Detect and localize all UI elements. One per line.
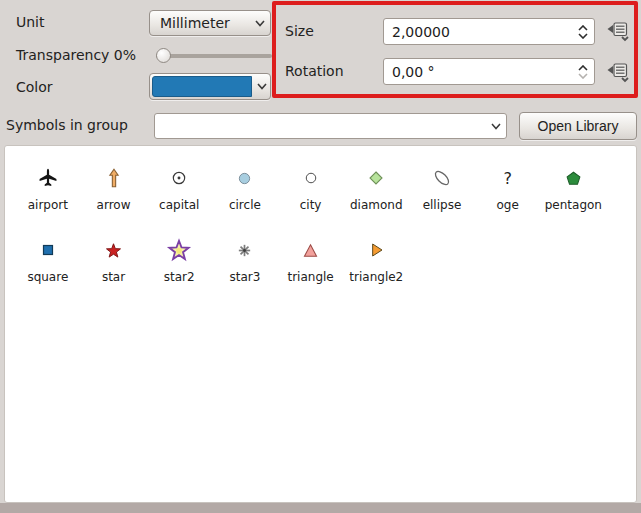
symbol-list-panel[interactable]: airport arrow capital circle xyxy=(4,145,637,503)
transparency-label: Transparency 0% xyxy=(16,47,136,63)
capital-icon xyxy=(171,158,187,198)
symbol-label: arrow xyxy=(97,198,131,212)
symbol-label: circle xyxy=(229,198,261,212)
window-edge xyxy=(0,503,641,513)
symbol-airport[interactable]: airport xyxy=(15,158,81,230)
triangle-icon xyxy=(302,230,319,270)
symbol-pentagon[interactable]: pentagon xyxy=(541,158,607,230)
circle-icon xyxy=(238,158,251,198)
question-mark-icon: ? xyxy=(503,158,512,198)
star2-icon xyxy=(166,230,192,270)
diamond-icon xyxy=(368,158,384,198)
symbol-label: pentagon xyxy=(545,198,602,212)
symbol-label: star3 xyxy=(229,270,260,284)
symbol-label: diamond xyxy=(350,198,403,212)
slider-track[interactable] xyxy=(156,54,272,58)
unit-label: Unit xyxy=(16,14,45,30)
symbol-arrow[interactable]: arrow xyxy=(81,158,147,230)
square-icon xyxy=(42,230,54,270)
spin-down-icon[interactable] xyxy=(578,73,588,79)
rotation-label: Rotation xyxy=(285,63,344,79)
arrow-icon xyxy=(103,158,125,198)
symbol-label: ellipse xyxy=(423,198,462,212)
rotation-spinbox[interactable]: 0,00 ° xyxy=(383,58,595,85)
chevron-down-icon xyxy=(254,74,270,99)
rotation-data-defined-override-button[interactable] xyxy=(602,59,634,85)
color-label: Color xyxy=(16,79,53,95)
symbol-triangle[interactable]: triangle xyxy=(278,230,344,302)
triangle2-icon xyxy=(368,230,384,270)
open-library-button[interactable]: Open Library xyxy=(519,112,637,140)
size-value: 2,00000 xyxy=(384,24,578,40)
symbol-city[interactable]: city xyxy=(278,158,344,230)
symbol-label: oge xyxy=(496,198,518,212)
spin-up-icon[interactable] xyxy=(578,25,588,31)
chevron-down-icon xyxy=(490,123,506,130)
symbol-label: square xyxy=(27,270,68,284)
data-defined-override-icon xyxy=(605,61,631,83)
size-label: Size xyxy=(285,23,314,39)
color-swatch xyxy=(152,76,252,97)
unit-combobox[interactable]: Millimeter xyxy=(149,10,271,36)
city-icon xyxy=(305,158,317,198)
data-defined-override-icon xyxy=(605,20,631,42)
star3-icon xyxy=(236,230,253,270)
size-data-defined-override-button[interactable] xyxy=(602,18,634,44)
size-spinbox[interactable]: 2,00000 xyxy=(383,18,595,45)
symbol-circle[interactable]: circle xyxy=(212,158,278,230)
airport-icon xyxy=(37,158,59,198)
chevron-down-icon xyxy=(254,20,270,27)
color-button[interactable] xyxy=(149,73,271,100)
symbol-diamond[interactable]: diamond xyxy=(343,158,409,230)
symbol-grid: airport arrow capital circle xyxy=(15,158,607,302)
symbol-triangle2[interactable]: triangle2 xyxy=(343,230,409,302)
spin-down-icon[interactable] xyxy=(578,33,588,39)
symbol-capital[interactable]: capital xyxy=(146,158,212,230)
symbol-label: star xyxy=(102,270,125,284)
symbol-oge[interactable]: ? oge xyxy=(475,158,541,230)
spin-up-icon[interactable] xyxy=(578,65,588,71)
symbol-label: triangle xyxy=(287,270,333,284)
unit-combobox-value: Millimeter xyxy=(150,15,254,31)
symbol-square[interactable]: square xyxy=(15,230,81,302)
symbols-group-combobox[interactable] xyxy=(154,113,507,139)
ellipse-icon xyxy=(431,158,453,198)
pentagon-icon xyxy=(565,158,582,198)
symbol-ellipse[interactable]: ellipse xyxy=(409,158,475,230)
symbol-star3[interactable]: star3 xyxy=(212,230,278,302)
symbols-in-group-label: Symbols in group xyxy=(6,117,128,133)
slider-handle[interactable] xyxy=(156,48,171,63)
symbol-label: star2 xyxy=(164,270,195,284)
symbol-label: city xyxy=(300,198,322,212)
transparency-slider[interactable] xyxy=(156,48,272,64)
symbol-selector-dialog: Unit Millimeter Transparency 0% Color Si… xyxy=(0,0,641,513)
rotation-value: 0,00 ° xyxy=(384,64,578,80)
symbol-star2[interactable]: star2 xyxy=(146,230,212,302)
star-icon xyxy=(104,230,123,270)
symbol-label: triangle2 xyxy=(349,270,403,284)
symbol-label: capital xyxy=(159,198,199,212)
symbol-star[interactable]: star xyxy=(81,230,147,302)
symbol-label: airport xyxy=(28,198,68,212)
